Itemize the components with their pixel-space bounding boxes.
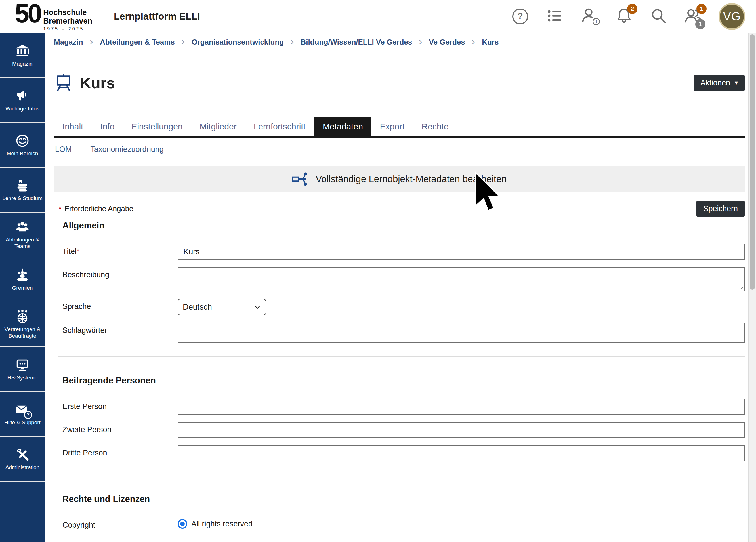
field-label-titel: Titel*: [58, 244, 178, 260]
contacts-new-badge: 1: [696, 4, 707, 14]
chevron-right-icon: ›: [90, 36, 93, 47]
contacts-total-badge: 1: [695, 19, 705, 29]
sidebar-item-lehre-studium[interactable]: Lehre & Studium: [0, 168, 45, 213]
breadcrumb-link-kurs[interactable]: Kurs: [482, 38, 499, 47]
list-icon: [546, 7, 563, 26]
logo-text: Hochschule Bremerhaven 1975 – 2025: [43, 9, 92, 31]
contacts-button[interactable]: 1 1: [684, 7, 703, 26]
scrollbar-track[interactable]: [748, 33, 756, 542]
form-row-zweite-person: Zweite Person: [58, 422, 745, 438]
sidebar-item-magazin[interactable]: Magazin: [0, 33, 45, 78]
sidebar-item-vertretungen-beauftragte[interactable]: Vertretungen & Beauftragte: [0, 302, 45, 347]
form-row-schlagwoerter: Schlagwörter: [58, 323, 745, 343]
logo-number: 50: [15, 1, 40, 26]
save-button[interactable]: Speichern: [696, 201, 745, 217]
smiley-icon: [15, 133, 30, 148]
envelope-question-icon: ?: [15, 402, 30, 417]
caret-down-icon: ▾: [735, 80, 738, 86]
erste-person-input[interactable]: [178, 399, 745, 415]
breadcrumb-link-organisationsentwicklung[interactable]: Organisationsentwicklung: [192, 38, 284, 47]
radio-dot: [180, 522, 185, 526]
tab-metadaten[interactable]: Metadaten: [314, 117, 371, 136]
sprache-select[interactable]: Deutsch: [178, 299, 266, 315]
main-content: Magazin › Abteilungen & Teams › Organisa…: [45, 33, 756, 542]
field-label-zweite-person: Zweite Person: [58, 422, 178, 438]
scrollbar-thumb[interactable]: [750, 34, 755, 290]
topbar: 50 Hochschule Bremerhaven 1975 – 2025 Le…: [0, 0, 756, 33]
sidebar-filler: [0, 482, 45, 542]
chevron-down-icon: [254, 303, 261, 311]
tab-lernfortschritt[interactable]: Lernfortschritt: [245, 117, 314, 136]
tab-info[interactable]: Info: [92, 117, 123, 136]
field-label-schlagwoerter: Schlagwörter: [58, 323, 178, 343]
breadcrumb-link-ve-gerdes[interactable]: Ve Gerdes: [429, 38, 465, 47]
section-title-allgemein: Allgemein: [62, 220, 745, 231]
sidebar-item-hilfe-support[interactable]: ? Hilfe & Support: [0, 392, 45, 437]
platform-title: Lernplattform ELLI: [114, 11, 200, 22]
notifications-button[interactable]: 2: [615, 7, 633, 26]
section-title-rechte-lizenzen: Rechte und Lizenzen: [62, 494, 745, 504]
field-label-copyright: Copyright: [58, 517, 178, 530]
people-group-icon: [15, 220, 30, 234]
university-logo[interactable]: 50 Hochschule Bremerhaven 1975 – 2025: [15, 1, 92, 31]
beschreibung-textarea[interactable]: [178, 267, 745, 291]
actions-button[interactable]: Aktionen ▾: [694, 75, 745, 91]
required-asterisk: *: [77, 247, 79, 256]
edit-full-metadata-link[interactable]: Vollständige Lernobjekt-Metadaten bearbe…: [54, 166, 745, 192]
required-asterisk: *: [58, 204, 62, 213]
required-hint: Erforderliche Angabe: [64, 204, 133, 213]
form-row-titel: Titel*: [58, 244, 745, 260]
form-row-erste-person: Erste Person: [58, 399, 745, 415]
tab-mitglieder[interactable]: Mitglieder: [191, 117, 245, 136]
help-button[interactable]: ?: [511, 7, 530, 26]
tab-einstellungen[interactable]: Einstellungen: [123, 117, 191, 136]
megaphone-icon: [15, 89, 30, 103]
breadcrumb-link-bildung-wissen[interactable]: Bildung/Wissen/ELLI Ve Gerdes: [301, 38, 412, 47]
tab-export[interactable]: Export: [371, 117, 413, 136]
chevron-right-icon: ›: [419, 36, 422, 47]
sidebar-item-abteilungen-teams[interactable]: Abteilungen & Teams: [0, 213, 45, 257]
tab-inhalt[interactable]: Inhalt: [54, 117, 92, 136]
pending-requests-button[interactable]: !: [580, 7, 599, 26]
search-button[interactable]: [649, 7, 668, 26]
avatar[interactable]: VG: [719, 3, 745, 30]
sidebar-item-hs-systeme[interactable]: HS-Systeme: [0, 347, 45, 392]
search-icon: [650, 7, 667, 26]
metadata-form: Allgemein Titel* Beschreibung Sprache: [54, 220, 745, 530]
breadcrumb: Magazin › Abteilungen & Teams › Organisa…: [54, 33, 745, 51]
help-icon: ?: [512, 9, 528, 24]
sidebar-item-wichtige-infos[interactable]: Wichtige Infos: [0, 78, 45, 123]
tab-rechte[interactable]: Rechte: [413, 117, 457, 136]
topbar-icons: ? !: [511, 3, 756, 30]
sidebar-item-mein-bereich[interactable]: Mein Bereich: [0, 123, 45, 168]
field-label-dritte-person: Dritte Person: [58, 445, 178, 461]
tab-bar: Inhalt Info Einstellungen Mitglieder Ler…: [54, 117, 745, 138]
content-overview-button[interactable]: [545, 7, 564, 26]
main-sidebar: Magazin Wichtige Infos Mein Bereich: [0, 33, 45, 542]
subtab-lom[interactable]: LOM: [55, 145, 72, 154]
zweite-person-input[interactable]: [178, 422, 745, 438]
form-row-beschreibung: Beschreibung: [58, 267, 745, 291]
field-label-erste-person: Erste Person: [58, 399, 178, 415]
sidebar-item-gremien[interactable]: Gremien: [0, 257, 45, 302]
committee-icon: [15, 268, 30, 283]
breadcrumb-link-abteilungen[interactable]: Abteilungen & Teams: [100, 38, 175, 47]
chevron-right-icon: ›: [182, 36, 185, 47]
bank-icon: [15, 44, 30, 58]
course-easel-icon: [54, 73, 73, 93]
chevron-right-icon: ›: [472, 36, 475, 47]
schlagwoerter-input[interactable]: [178, 323, 745, 343]
field-label-beschreibung: Beschreibung: [58, 267, 178, 291]
titel-input[interactable]: [178, 244, 745, 260]
subtab-taxonomiezuordnung[interactable]: Taxonomiezuordnung: [91, 145, 164, 154]
sidebar-item-administration[interactable]: Administration: [0, 437, 45, 482]
dritte-person-input[interactable]: [178, 445, 745, 461]
breadcrumb-link-magazin[interactable]: Magazin: [54, 38, 83, 47]
field-label-sprache: Sprache: [58, 299, 178, 315]
form-row-dritte-person: Dritte Person: [58, 445, 745, 461]
section-title-beitragende: Beitragende Personen: [62, 375, 745, 386]
banner-label: Vollständige Lernobjekt-Metadaten bearbe…: [316, 174, 507, 184]
logo-years: 1975 – 2025: [43, 26, 92, 31]
sprache-selected-value: Deutsch: [183, 302, 212, 312]
copyright-radio[interactable]: [178, 519, 187, 529]
